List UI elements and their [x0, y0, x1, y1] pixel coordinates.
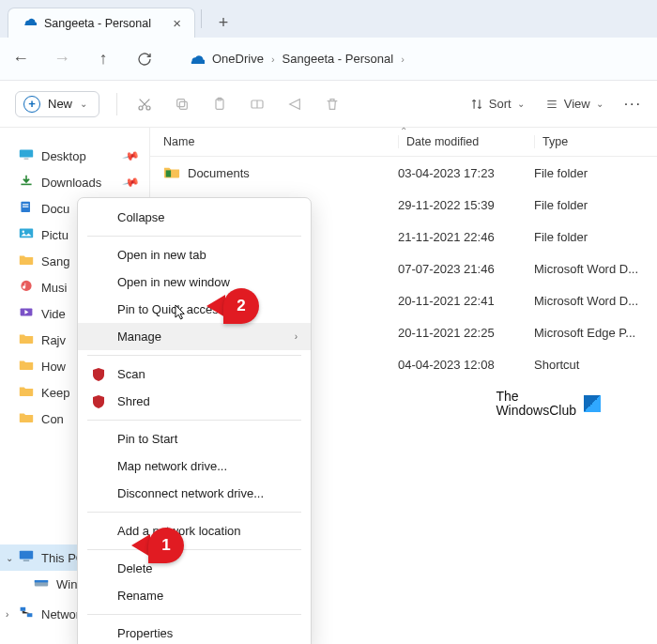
context-menu-label: Manage — [117, 330, 161, 344]
folder-icon — [19, 253, 34, 268]
rename-button[interactable] — [247, 94, 267, 115]
toolbar: + New ⌄ Sort ⌄ View ⌄ ··· — [0, 81, 657, 128]
delete-button[interactable] — [322, 94, 343, 115]
toolbar-sep — [116, 93, 117, 115]
cut-button[interactable] — [134, 94, 155, 115]
refresh-button[interactable] — [135, 50, 154, 69]
share-button[interactable] — [284, 94, 305, 115]
tab-strip: Sangeeta - Personal × + — [0, 0, 657, 38]
svg-rect-3 — [177, 99, 185, 106]
watermark: The WindowsClub — [496, 390, 601, 419]
doc-blue-icon — [19, 201, 34, 216]
mcafee-icon — [91, 367, 106, 382]
sort-label: Sort — [489, 97, 512, 111]
download-icon — [19, 175, 34, 190]
context-menu-item[interactable]: Add a network location — [78, 517, 311, 544]
pin-icon: 📌 — [122, 146, 141, 165]
file-type: Shortcut — [534, 358, 644, 372]
watermark-text: WindowsClub — [496, 404, 576, 418]
picture-icon — [19, 227, 34, 242]
sidebar-label: Rajv — [41, 333, 66, 347]
svg-rect-21 — [21, 607, 26, 611]
chevron-right-icon: › — [6, 609, 8, 620]
file-date: 04-04-2023 12:08 — [398, 358, 534, 372]
context-menu-item[interactable]: Shred — [78, 388, 311, 415]
chevron-down-icon: ⌄ — [6, 553, 13, 563]
column-label: Date modified — [406, 135, 479, 148]
context-menu-item[interactable]: Disconnect network drive... — [78, 480, 311, 507]
context-menu-separator — [87, 236, 301, 237]
back-button[interactable]: ← — [11, 50, 30, 69]
context-menu-separator — [87, 420, 301, 421]
sidebar-item[interactable]: Downloads 📌 — [0, 169, 149, 195]
sort-button[interactable]: Sort ⌄ — [470, 97, 525, 111]
view-button[interactable]: View ⌄ — [545, 97, 604, 111]
network-icon — [19, 606, 34, 621]
file-type: Microsoft Word D... — [534, 294, 644, 308]
paste-button[interactable] — [209, 94, 230, 115]
folder-icon — [19, 332, 34, 347]
file-row[interactable]: Documents 03-04-2023 17:23 File folder — [150, 157, 657, 189]
close-icon[interactable]: × — [173, 15, 181, 31]
callout-number: 2 — [223, 288, 259, 324]
context-menu-item[interactable]: Collapse — [78, 204, 311, 231]
pc-icon — [19, 550, 34, 565]
annotation-callout-1: 1 — [131, 528, 184, 563]
context-menu-item[interactable]: Pin to Start — [78, 425, 311, 452]
onedrive-icon — [22, 16, 37, 31]
column-type[interactable]: Type — [534, 135, 644, 148]
context-menu-label: Scan — [117, 367, 145, 381]
forward-button[interactable]: → — [53, 50, 71, 69]
tab-divider — [201, 9, 202, 28]
sort-indicator-icon: ⌃ — [400, 126, 407, 136]
sidebar-label: Vide — [41, 307, 66, 321]
context-menu-separator — [87, 355, 301, 356]
file-date: 20-11-2021 22:25 — [398, 326, 534, 340]
browser-tab[interactable]: Sangeeta - Personal × — [8, 8, 195, 38]
context-menu-item[interactable]: Rename — [78, 582, 311, 609]
context-menu-item[interactable]: Map network drive... — [78, 452, 311, 480]
breadcrumb: OneDrive › Sangeeta - Personal › — [188, 52, 405, 66]
breadcrumb-root[interactable]: OneDrive — [212, 52, 264, 66]
sidebar-item[interactable]: Desktop 📌 — [0, 143, 149, 169]
copy-button[interactable] — [172, 94, 192, 115]
context-menu-item[interactable]: Manage› — [78, 323, 311, 350]
chevron-down-icon: ⌄ — [80, 99, 87, 109]
callout-number: 1 — [148, 528, 184, 563]
column-date[interactable]: Date modified — [398, 135, 534, 148]
music-icon — [19, 280, 34, 295]
up-button[interactable]: ↑ — [94, 50, 113, 69]
file-type: Microsoft Edge P... — [534, 326, 644, 340]
file-type: File folder — [534, 230, 644, 244]
sidebar-label: Pictu — [41, 228, 69, 242]
column-name[interactable]: Name — [163, 135, 398, 148]
annotation-callout-2: 2 — [206, 288, 259, 324]
desktop-icon — [19, 148, 34, 163]
chevron-right-icon: › — [295, 331, 298, 342]
folder-icon — [19, 385, 34, 400]
context-menu-item[interactable]: Pin to Quick access — [78, 296, 311, 323]
context-menu-label: Delete — [117, 561, 153, 575]
svg-rect-11 — [23, 204, 28, 205]
new-tab-button[interactable]: + — [207, 8, 239, 38]
svg-rect-23 — [166, 170, 171, 176]
chevron-right-icon: › — [271, 54, 275, 65]
more-button[interactable]: ··· — [624, 96, 642, 113]
context-menu-item[interactable]: Properties — [78, 620, 311, 644]
windowsclub-logo-icon — [584, 395, 601, 412]
file-date: 29-11-2022 15:39 — [398, 198, 534, 212]
context-menu-item[interactable]: Open in new tab — [78, 241, 311, 268]
context-menu-item[interactable]: Scan — [78, 360, 311, 388]
context-menu-item[interactable]: Open in new window — [78, 268, 311, 296]
breadcrumb-current[interactable]: Sangeeta - Personal — [283, 52, 394, 66]
context-menu-item[interactable]: Delete — [78, 555, 311, 582]
context-menu-label: Pin to Start — [117, 432, 177, 446]
context-menu-label: Disconnect network drive... — [117, 486, 264, 500]
svg-rect-17 — [20, 551, 33, 560]
file-date: 07-07-2023 21:46 — [398, 262, 534, 276]
sidebar-label: Docu — [41, 202, 69, 216]
tab-title: Sangeeta - Personal — [44, 17, 165, 30]
folder-icon — [19, 411, 34, 426]
nav-bar: ← → ↑ OneDrive › Sangeeta - Personal › — [0, 38, 657, 81]
new-button[interactable]: + New ⌄ — [15, 91, 99, 117]
